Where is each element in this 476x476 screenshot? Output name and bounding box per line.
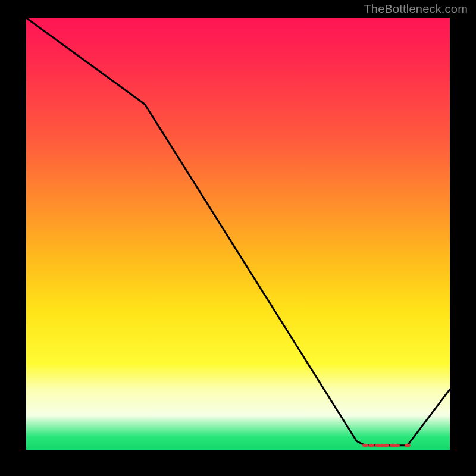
series-line (26, 18, 450, 446)
marker-dot (394, 444, 400, 447)
marker-dot (368, 444, 374, 447)
chart-frame: TheBottleneck.com (0, 0, 476, 476)
marker-dot (405, 444, 411, 447)
plot-area (26, 18, 450, 450)
line-chart-svg (26, 18, 450, 450)
marker-dot (383, 444, 389, 447)
attribution-label: TheBottleneck.com (364, 2, 468, 16)
marker-dot (362, 444, 368, 447)
